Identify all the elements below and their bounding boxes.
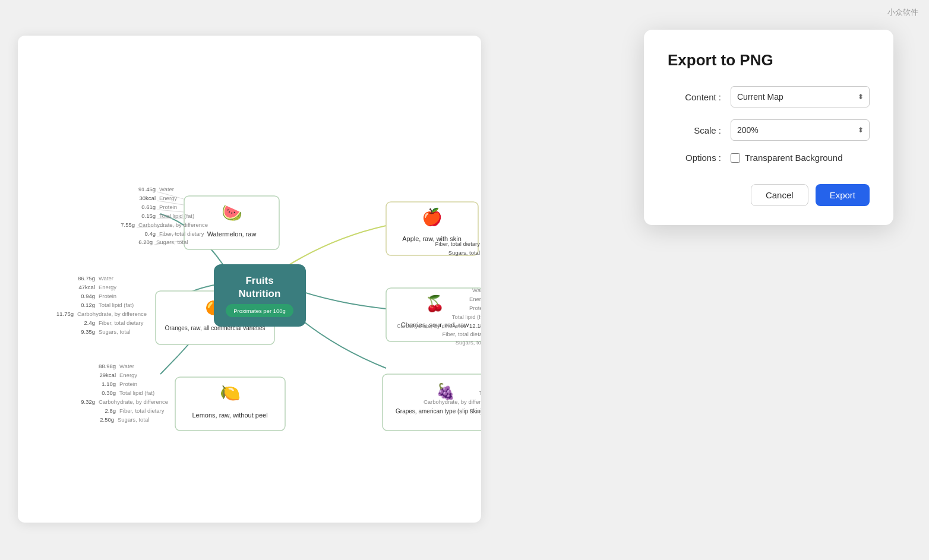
- content-row: Content : Current MapAll MapsSelected ⬍: [668, 86, 870, 107]
- svg-text:Lemons, raw, without peel: Lemons, raw, without peel: [192, 412, 267, 419]
- svg-text:2.8g: 2.8g: [105, 407, 116, 414]
- scale-row: Scale : 50%100%150%200%300% ⬍: [668, 119, 870, 141]
- svg-text:Protein: Protein: [469, 305, 481, 311]
- svg-text:Sugars, total: Sugars, total: [156, 239, 188, 245]
- svg-text:🍒: 🍒: [425, 294, 445, 313]
- svg-text:Sugars, total: Sugars, total: [456, 339, 481, 346]
- svg-text:Fiber, total dietary: Fiber, total dietary: [99, 319, 144, 326]
- mindmap-container: 🍉 Watermelon, raw 91.45g Water 30kcal En…: [18, 36, 481, 523]
- svg-text:Fruits: Fruits: [245, 275, 273, 286]
- transparent-bg-checkbox[interactable]: [731, 153, 740, 163]
- svg-text:2.50g: 2.50g: [100, 416, 114, 423]
- svg-text:Total lipid (fat): Total lipid (fat): [452, 314, 481, 320]
- svg-text:Fiber, total dietary: Fiber, total dietary: [442, 331, 481, 337]
- mindmap-canvas: 🍉 Watermelon, raw 91.45g Water 30kcal En…: [18, 36, 481, 523]
- export-dialog: Export to PNG Content : Current MapAll M…: [644, 30, 893, 225]
- svg-text:9.35g: 9.35g: [81, 328, 95, 335]
- svg-text:🍎: 🍎: [422, 207, 443, 227]
- svg-text:Total lipid (fat): Total lipid (fat): [119, 390, 154, 396]
- svg-text:Carbohydrate, by difference: Carbohydrate, by difference: [77, 311, 147, 317]
- svg-text:Carbohydrate, by difference: Carbohydrate, by difference: [424, 398, 481, 405]
- svg-text:47kcal: 47kcal: [79, 284, 95, 290]
- svg-text:🍋: 🍋: [220, 383, 241, 403]
- svg-text:Nutrition: Nutrition: [239, 288, 281, 299]
- svg-text:86.75g: 86.75g: [78, 275, 95, 281]
- scale-label: Scale :: [668, 125, 721, 135]
- svg-text:Fiber, total dietary: Fiber, total dietary: [435, 241, 480, 247]
- svg-text:Sugars, total: Sugars, total: [448, 249, 480, 256]
- scale-select-wrapper[interactable]: 50%100%150%200%300% ⬍: [731, 119, 870, 141]
- svg-text:Total lipid (fat): Total lipid (fat): [159, 213, 194, 219]
- svg-text:12.18g: 12.18g: [469, 322, 481, 329]
- svg-text:Sugars, total: Sugars, total: [99, 328, 130, 335]
- svg-text:Fiber, total dietary: Fiber, total dietary: [159, 230, 204, 237]
- svg-text:29kcal: 29kcal: [100, 372, 116, 378]
- svg-text:Energy: Energy: [469, 296, 481, 302]
- svg-text:Water: Water: [159, 186, 174, 192]
- options-label: Options :: [668, 153, 721, 163]
- svg-text:Carbohydrate, by difference: Carbohydrate, by difference: [397, 322, 466, 329]
- dialog-buttons: Cancel Export: [668, 184, 870, 206]
- content-select[interactable]: Current MapAll MapsSelected: [731, 86, 870, 107]
- svg-text:Fiber, total dietary: Fiber, total dietary: [119, 407, 165, 414]
- svg-text:Protein: Protein: [99, 293, 116, 299]
- content-select-wrapper[interactable]: Current MapAll MapsSelected ⬍: [731, 86, 870, 107]
- svg-text:Sugars, total: Sugars, total: [118, 416, 149, 423]
- svg-text:88.98g: 88.98g: [99, 363, 116, 369]
- svg-text:Fiber, total dietary: Fiber, total dietary: [469, 407, 481, 414]
- svg-text:Carbohydrate, by difference: Carbohydrate, by difference: [138, 222, 208, 228]
- svg-text:30kcal: 30kcal: [140, 195, 156, 201]
- svg-text:Watermelon, raw: Watermelon, raw: [207, 230, 257, 238]
- svg-text:Protein: Protein: [119, 381, 137, 387]
- svg-text:0.15g: 0.15g: [141, 213, 156, 219]
- svg-text:Energy: Energy: [159, 195, 177, 201]
- svg-text:Total lipid (fat): Total lipid (fat): [99, 302, 134, 308]
- watermark: 小众软件: [887, 7, 918, 18]
- transparent-bg-label[interactable]: Transparent Background: [745, 153, 843, 163]
- svg-text:91.45g: 91.45g: [138, 186, 156, 192]
- svg-text:Water: Water: [472, 287, 481, 293]
- svg-text:0.30g: 0.30g: [102, 390, 116, 396]
- options-row: Options : Transparent Background: [668, 153, 870, 163]
- svg-text:0.4g: 0.4g: [145, 230, 156, 237]
- svg-text:Carbohydrate, by difference: Carbohydrate, by difference: [99, 398, 168, 405]
- svg-text:7.55g: 7.55g: [121, 222, 135, 228]
- dialog-title: Export to PNG: [668, 51, 870, 69]
- svg-text:11.75g: 11.75g: [56, 311, 74, 317]
- svg-text:9.32g: 9.32g: [81, 398, 95, 405]
- svg-text:Grapes, american type (slip sk: Grapes, american type (slip skin), raw: [396, 408, 481, 415]
- svg-text:1.10g: 1.10g: [102, 381, 116, 387]
- scale-select[interactable]: 50%100%150%200%300%: [731, 119, 870, 141]
- content-label: Content :: [668, 92, 721, 102]
- svg-text:Total lipid (fat): Total lipid (fat): [479, 390, 481, 396]
- svg-text:6.20g: 6.20g: [138, 239, 153, 245]
- svg-text:2.4g: 2.4g: [84, 319, 96, 326]
- svg-text:Protein: Protein: [159, 204, 177, 210]
- export-button[interactable]: Export: [816, 184, 870, 206]
- svg-text:0.61g: 0.61g: [141, 204, 156, 210]
- svg-text:0.94g: 0.94g: [81, 293, 95, 299]
- transparent-bg-wrapper[interactable]: Transparent Background: [731, 153, 843, 163]
- svg-text:0.12g: 0.12g: [81, 302, 95, 308]
- svg-text:Proximates per 100g: Proximates per 100g: [233, 308, 286, 314]
- svg-text:Energy: Energy: [99, 284, 116, 290]
- cancel-button[interactable]: Cancel: [751, 184, 808, 206]
- svg-text:Energy: Energy: [119, 372, 137, 378]
- svg-text:Water: Water: [99, 275, 113, 281]
- svg-text:🍉: 🍉: [222, 203, 242, 223]
- svg-text:Water: Water: [119, 363, 134, 369]
